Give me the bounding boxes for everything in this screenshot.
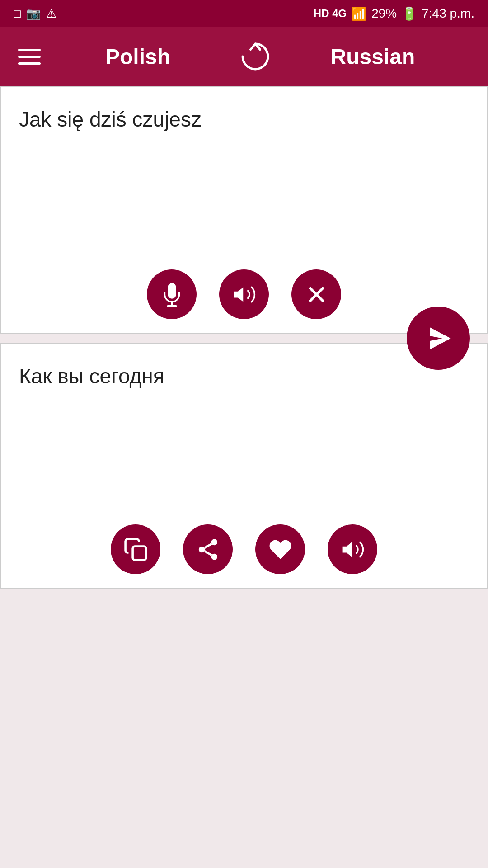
signal-bars: 📶: [351, 6, 367, 21]
output-controls: [1, 515, 487, 588]
svg-marker-12: [342, 542, 352, 557]
output-section: Как вы сегодня: [0, 343, 488, 589]
send-translate-button[interactable]: [407, 307, 470, 370]
status-bar: □ 📷 ⚠ HD 4G 📶 29% 🔋 7:43 p.m.: [0, 0, 488, 27]
status-icons-left: □ 📷 ⚠: [14, 7, 56, 21]
source-language[interactable]: Polish: [41, 44, 235, 69]
svg-line-11: [204, 543, 211, 547]
svg-marker-2: [234, 287, 243, 302]
battery-icon: 🔋: [401, 6, 417, 21]
swap-languages-button[interactable]: [235, 36, 276, 77]
status-info-right: HD 4G 📶 29% 🔋 7:43 p.m.: [314, 6, 474, 21]
speaker-button-output[interactable]: [328, 524, 377, 574]
svg-point-7: [211, 539, 217, 545]
svg-rect-6: [132, 546, 146, 560]
target-language[interactable]: Russian: [276, 44, 470, 69]
svg-point-8: [198, 546, 205, 552]
battery-percent: 29%: [371, 6, 397, 21]
svg-marker-5: [430, 327, 450, 349]
source-text-input[interactable]: [1, 87, 487, 259]
clock: 7:43 p.m.: [422, 6, 474, 21]
copy-button[interactable]: [111, 524, 160, 574]
svg-line-10: [204, 551, 211, 555]
input-section: [0, 86, 488, 334]
menu-button[interactable]: [18, 49, 41, 65]
whatsapp-icon: □: [14, 7, 21, 21]
send-button-wrapper: [0, 307, 488, 370]
favorite-button[interactable]: [255, 524, 305, 574]
share-button[interactable]: [183, 524, 233, 574]
toolbar: Polish Russian: [0, 27, 488, 86]
alert-icon: ⚠: [46, 7, 56, 21]
svg-point-9: [211, 553, 217, 560]
network-type: HD 4G: [314, 7, 347, 20]
image-icon: 📷: [26, 7, 41, 21]
